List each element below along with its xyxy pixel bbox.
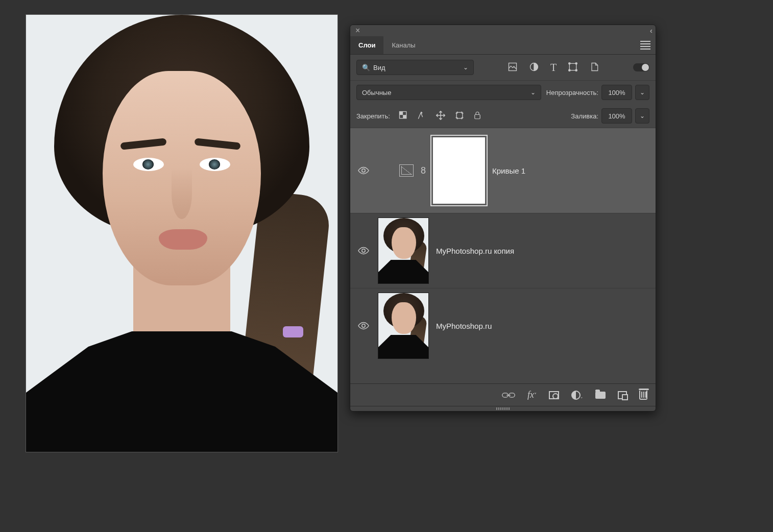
fill-input[interactable]: 100% [601,108,632,124]
opacity-input[interactable]: 100% [601,85,632,100]
layer-filter-dropdown[interactable]: 🔍Вид ⌄ [356,60,474,75]
filter-adjustment-icon[interactable] [529,62,539,74]
svg-point-3 [569,62,570,64]
collapse-icon[interactable]: ‹‹ [650,27,650,35]
layers-panel: × ‹‹ Слои Каналы 🔍Вид ⌄ T Обычные ⌄ [350,25,656,412]
lock-pixels-icon[interactable] [417,110,427,122]
link-layers-icon[interactable] [502,392,515,399]
layer-thumbnail[interactable] [378,217,429,284]
svg-point-12 [362,169,365,172]
document-canvas[interactable] [26,14,338,452]
fill-dropdown-button[interactable]: ⌄ [635,108,649,124]
panel-resize-grip[interactable] [350,406,656,411]
layer-fx-icon[interactable]: fx˅ [527,390,537,400]
filter-pixel-icon[interactable] [508,62,518,74]
filter-shape-icon[interactable] [568,62,578,74]
svg-rect-2 [569,63,576,70]
layer-mask-thumbnail[interactable] [433,137,485,204]
visibility-toggle[interactable] [356,166,371,175]
lock-position-icon[interactable] [435,110,446,123]
delete-layer-icon[interactable] [639,391,647,400]
curves-adjustment-icon[interactable] [399,164,414,177]
visibility-toggle[interactable] [356,322,371,330]
layer-name[interactable]: Кривые 1 [492,166,525,175]
chevron-down-icon: ⌄ [463,64,468,71]
filter-type-icon[interactable]: T [550,62,557,74]
add-mask-icon[interactable] [549,391,559,399]
svg-point-13 [362,249,365,252]
svg-rect-10 [456,112,463,118]
tab-layers[interactable]: Слои [350,36,383,54]
lock-artboard-icon[interactable] [454,110,465,122]
tab-channels[interactable]: Каналы [383,36,423,54]
filter-toggle[interactable] [633,63,649,71]
new-layer-icon[interactable] [618,391,627,399]
fill-label: Заливка: [571,112,598,120]
layers-empty-area[interactable] [350,363,656,383]
new-adjustment-icon[interactable]: ˅ [571,391,583,400]
filter-smartobject-icon[interactable] [589,62,599,74]
chevron-down-icon: ⌄ [530,89,536,96]
layer-row[interactable]: MyPhotoshop.ru [350,288,656,363]
svg-point-6 [575,69,577,71]
search-icon: 🔍 [362,64,370,71]
layer-name[interactable]: MyPhotoshop.ru [436,322,492,330]
svg-rect-11 [475,114,480,118]
blend-mode-dropdown[interactable]: Обычные ⌄ [356,85,541,100]
mask-link-icon[interactable]: 8 [421,165,426,176]
lock-label: Закрепить: [356,112,390,120]
svg-point-5 [569,69,570,71]
layer-row[interactable]: MyPhotoshop.ru копия [350,213,656,288]
layer-name[interactable]: MyPhotoshop.ru копия [436,247,514,255]
panel-menu-icon[interactable] [640,41,650,50]
close-icon[interactable]: × [355,27,360,35]
opacity-label: Непрозрачность: [546,89,598,96]
lock-all-icon[interactable] [473,111,482,122]
layers-list: 8 Кривые 1 MyPhotoshop.ru копия MyPh [350,128,656,383]
blend-mode-value: Обычные [362,89,391,96]
visibility-toggle[interactable] [356,247,371,255]
svg-point-4 [575,62,577,64]
opacity-dropdown-button[interactable]: ⌄ [635,85,649,100]
svg-rect-7 [399,111,403,115]
layer-thumbnail[interactable] [378,293,429,359]
new-group-icon[interactable] [595,392,606,399]
svg-point-14 [362,324,365,327]
portrait-image [26,15,337,452]
layer-row[interactable]: 8 Кривые 1 [350,128,656,213]
filter-label: Вид [373,64,385,71]
lock-transparency-icon[interactable] [398,110,408,122]
svg-rect-8 [403,115,406,118]
